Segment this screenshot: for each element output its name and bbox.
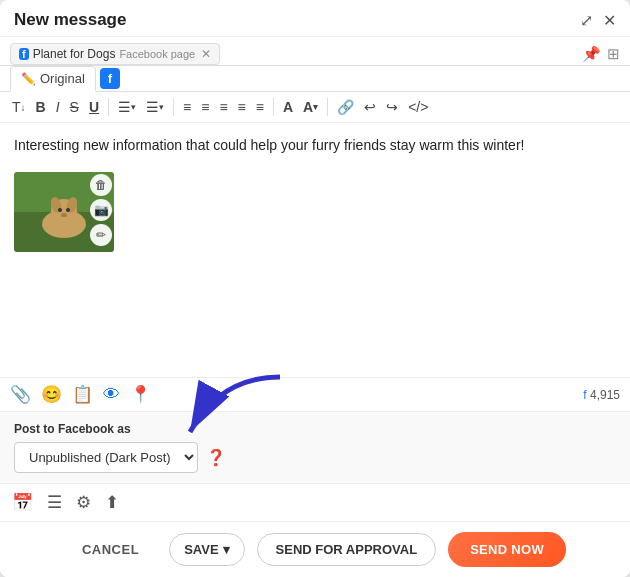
- pin-icon[interactable]: 📌: [582, 45, 601, 63]
- svg-point-7: [66, 208, 70, 212]
- fb-count-prefix: f: [583, 388, 586, 402]
- calendar-icon[interactable]: 📅: [12, 492, 33, 513]
- separator-3: [273, 98, 274, 116]
- upload-icon[interactable]: ⬆: [105, 492, 119, 513]
- post-type-dropdown[interactable]: Unpublished (Dark Post) Published Schedu…: [14, 442, 198, 473]
- list-unordered-button[interactable]: ☰▾: [114, 96, 140, 118]
- settings-icon[interactable]: ⚙: [76, 492, 91, 513]
- page-tag[interactable]: f Planet for Dogs Facebook page ✕: [10, 43, 220, 65]
- highlight-button[interactable]: A▾: [299, 96, 322, 118]
- image-delete-button[interactable]: 🗑: [90, 174, 112, 196]
- tab-bar: f Planet for Dogs Facebook page ✕ 📌 ⊞: [0, 37, 630, 66]
- tab-original[interactable]: ✏️ Original: [10, 66, 96, 92]
- header-icon-group: ⤢ ✕: [580, 11, 616, 30]
- save-label: SAVE: [184, 542, 218, 557]
- list-icon[interactable]: ☰: [47, 492, 62, 513]
- italic-button[interactable]: I: [52, 96, 64, 118]
- pencil-icon: ✏️: [21, 72, 36, 86]
- scheduling-toolbar: 📅 ☰ ⚙ ⬆: [0, 484, 630, 522]
- new-message-modal: New message ⤢ ✕ f Planet for Dogs Facebo…: [0, 0, 630, 577]
- modal-header: New message ⤢ ✕: [0, 0, 630, 37]
- post-settings-label: Post to Facebook as: [14, 422, 616, 436]
- page-tag-name: Planet for Dogs: [33, 47, 116, 61]
- text-color-button[interactable]: A: [279, 96, 297, 118]
- grid-icon[interactable]: ⊞: [607, 45, 620, 63]
- image-edit-button[interactable]: ✏: [90, 224, 112, 246]
- image-replace-button[interactable]: 📷: [90, 199, 112, 221]
- code-button[interactable]: </>: [404, 96, 432, 118]
- close-icon[interactable]: ✕: [603, 11, 616, 30]
- facebook-small-icon: f: [19, 48, 29, 60]
- modal-title: New message: [14, 10, 126, 30]
- align-right-button[interactable]: ≡: [215, 96, 231, 118]
- tab-facebook-label: f: [108, 71, 112, 86]
- list-ordered-button[interactable]: ☰▾: [142, 96, 168, 118]
- align-more-button[interactable]: ≡: [252, 96, 268, 118]
- help-icon[interactable]: ❓: [206, 448, 226, 467]
- link-button[interactable]: 🔗: [333, 96, 358, 118]
- separator-2: [173, 98, 174, 116]
- location-icon[interactable]: 📍: [130, 384, 151, 405]
- attachment-icon[interactable]: 📎: [10, 384, 31, 405]
- tab-facebook[interactable]: f: [100, 68, 120, 89]
- sub-tab-bar: ✏️ Original f: [0, 66, 630, 92]
- editor-text: Interesting new information that could h…: [14, 135, 616, 156]
- send-approval-button[interactable]: SEND FOR APPROVAL: [257, 533, 437, 566]
- redo-button[interactable]: ↪: [382, 96, 402, 118]
- fb-count-value: 4,915: [590, 388, 620, 402]
- align-justify-button[interactable]: ≡: [234, 96, 250, 118]
- post-settings-row: Unpublished (Dark Post) Published Schedu…: [14, 442, 616, 473]
- image-container: 🗑 📷 ✏: [14, 172, 114, 252]
- undo-button[interactable]: ↩: [360, 96, 380, 118]
- separator-4: [327, 98, 328, 116]
- save-button[interactable]: SAVE ▾: [169, 533, 244, 566]
- bottom-toolbar: 📎 😊 📋 👁 📍 f 4,915: [0, 377, 630, 412]
- editor-body[interactable]: Interesting new information that could h…: [0, 123, 630, 377]
- editor-toolbar: T↓ B I S U ☰▾ ☰▾ ≡ ≡ ≡ ≡ ≡ A A▾ 🔗 ↩ ↪ </…: [0, 92, 630, 123]
- page-tag-close-icon[interactable]: ✕: [201, 47, 211, 61]
- bottom-toolbar-left: 📎 😊 📋 👁 📍: [10, 384, 151, 405]
- bottom-toolbar-right: f 4,915: [583, 388, 620, 402]
- notes-icon[interactable]: 📋: [72, 384, 93, 405]
- page-tag-type: Facebook page: [119, 48, 195, 60]
- cancel-button[interactable]: CANCEL: [64, 534, 157, 565]
- separator-1: [108, 98, 109, 116]
- send-now-button[interactable]: SEND NOW: [448, 532, 566, 567]
- align-center-button[interactable]: ≡: [197, 96, 213, 118]
- align-left-button[interactable]: ≡: [179, 96, 195, 118]
- underline-button[interactable]: U: [85, 96, 103, 118]
- save-chevron-icon: ▾: [223, 542, 230, 557]
- emoji-icon[interactable]: 😊: [41, 384, 62, 405]
- text-style-button[interactable]: T↓: [8, 96, 30, 118]
- image-overlay-buttons: 🗑 📷 ✏: [90, 174, 112, 246]
- bold-button[interactable]: B: [32, 96, 50, 118]
- strikethrough-button[interactable]: S: [66, 96, 83, 118]
- expand-icon[interactable]: ⤢: [580, 11, 593, 30]
- footer: CANCEL SAVE ▾ SEND FOR APPROVAL SEND NOW: [0, 522, 630, 577]
- svg-point-6: [58, 208, 62, 212]
- eye-icon[interactable]: 👁: [103, 385, 120, 405]
- tab-original-label: Original: [40, 71, 85, 86]
- tab-actions: 📌 ⊞: [582, 45, 620, 63]
- svg-point-8: [61, 213, 67, 217]
- post-settings: Post to Facebook as Unpublished (Dark Po…: [0, 412, 630, 484]
